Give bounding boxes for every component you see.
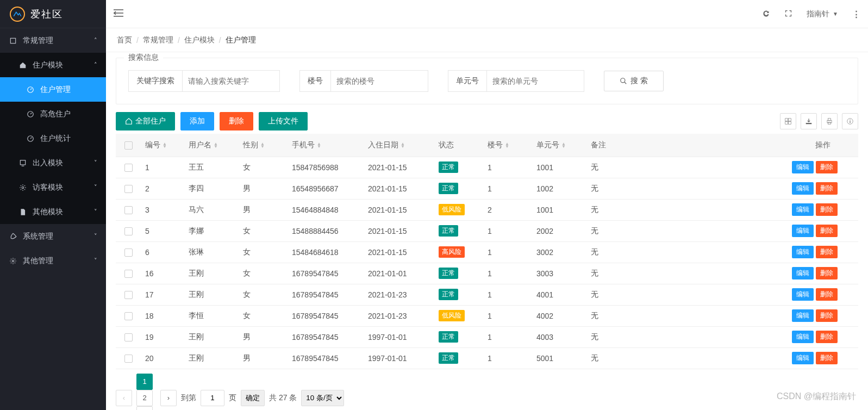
sidebar-item-8[interactable]: 系统管理˅ xyxy=(0,224,106,249)
keyword-input[interactable] xyxy=(183,71,279,91)
sidebar: 爱社区 常规管理˄住户模块˄住户管理高危住户住户统计出入模块˅访客模块˅其他模块… xyxy=(0,0,106,410)
sort-icon[interactable]: ▲▼ xyxy=(214,142,218,148)
edit-button[interactable]: 编辑 xyxy=(792,203,814,216)
goto-confirm-button[interactable]: 确定 xyxy=(241,390,265,406)
sidebar-item-2[interactable]: 住户管理 xyxy=(0,77,106,102)
compass-dropdown[interactable]: 指南针 ▼ xyxy=(807,9,838,19)
sort-icon[interactable]: ▲▼ xyxy=(163,142,167,148)
row-delete-button[interactable]: 删除 xyxy=(816,288,838,301)
columns-icon[interactable] xyxy=(780,113,796,129)
sidebar-item-3[interactable]: 高危住户 xyxy=(0,102,106,126)
unit-input[interactable] xyxy=(487,71,584,91)
export-icon[interactable] xyxy=(801,113,817,129)
search-button-label: 搜 索 xyxy=(630,76,648,86)
edit-button[interactable]: 编辑 xyxy=(792,331,814,343)
row-checkbox[interactable] xyxy=(124,206,133,214)
svg-rect-10 xyxy=(785,122,788,125)
brand-logo-icon xyxy=(10,7,25,22)
home-icon xyxy=(125,117,133,125)
sidebar-item-5[interactable]: 出入模块˅ xyxy=(0,151,106,175)
gear-icon xyxy=(9,257,17,265)
row-delete-button[interactable]: 删除 xyxy=(816,267,838,279)
edit-button[interactable]: 编辑 xyxy=(792,267,814,279)
crumb-0[interactable]: 首页 xyxy=(117,35,132,45)
status-badge: 正常 xyxy=(439,161,458,173)
delete-button[interactable]: 删除 xyxy=(220,112,253,131)
print-icon[interactable] xyxy=(821,113,838,129)
row-checkbox[interactable] xyxy=(124,185,133,193)
edit-button[interactable]: 编辑 xyxy=(792,352,814,364)
page-1[interactable]: 1 xyxy=(136,374,153,390)
row-checkbox[interactable] xyxy=(124,249,133,257)
sidebar-item-1[interactable]: 住户模块˄ xyxy=(0,53,106,77)
row-checkbox[interactable] xyxy=(124,333,133,341)
edit-button[interactable]: 编辑 xyxy=(792,246,814,258)
crumb-1[interactable]: 常规管理 xyxy=(143,35,173,45)
sort-icon[interactable]: ▲▼ xyxy=(561,142,566,148)
row-checkbox[interactable] xyxy=(124,291,133,299)
sort-icon[interactable]: ▲▼ xyxy=(260,142,265,148)
all-button[interactable]: 全部住户 xyxy=(116,112,175,131)
row-delete-button[interactable]: 删除 xyxy=(816,203,838,216)
goto-input[interactable] xyxy=(201,390,224,406)
unit-group: 单元号 xyxy=(448,70,584,92)
table-row: 17王刚女167895478452021-01-23正常14001无编辑 删除 xyxy=(116,284,858,305)
checkbox-all[interactable] xyxy=(124,141,133,150)
row-delete-button[interactable]: 删除 xyxy=(816,331,838,343)
status-badge: 正常 xyxy=(439,331,458,343)
row-delete-button[interactable]: 删除 xyxy=(816,352,838,364)
edit-button[interactable]: 编辑 xyxy=(792,182,814,195)
dashboard-icon xyxy=(26,110,35,118)
row-delete-button[interactable]: 删除 xyxy=(816,225,838,237)
page-3[interactable]: 3 xyxy=(136,406,153,411)
more-icon[interactable]: ⋮ xyxy=(852,9,860,19)
collapse-icon[interactable] xyxy=(114,8,123,20)
table-row: 18李恒女167895478452021-01-23低风险14002无编辑 删除 xyxy=(116,305,858,326)
prev-page-button[interactable]: ‹ xyxy=(116,390,132,406)
edit-button[interactable]: 编辑 xyxy=(792,309,814,322)
total-label: 共 27 条 xyxy=(269,393,297,403)
per-page-select[interactable]: 10 条/页 xyxy=(301,390,344,406)
chevron-down-icon: ▼ xyxy=(833,11,838,17)
row-delete-button[interactable]: 删除 xyxy=(816,161,838,173)
row-delete-button[interactable]: 删除 xyxy=(816,309,838,322)
row-checkbox[interactable] xyxy=(124,355,133,363)
search-button[interactable]: 搜 索 xyxy=(604,71,664,91)
fullscreen-icon[interactable] xyxy=(784,9,792,19)
table-row: 19王刚男167895478451997-01-01正常14003无编辑 删除 xyxy=(116,326,858,347)
crumb-2[interactable]: 住户模块 xyxy=(184,35,215,45)
row-checkbox[interactable] xyxy=(124,227,133,235)
sidebar-item-0[interactable]: 常规管理˄ xyxy=(0,28,106,53)
search-panel: 搜索信息 关键字搜索 楼号 单元号 xyxy=(116,58,858,104)
sidebar-item-4[interactable]: 住户统计 xyxy=(0,126,106,151)
gear-icon xyxy=(18,184,27,191)
upload-button[interactable]: 上传文件 xyxy=(259,112,308,131)
info-icon[interactable] xyxy=(842,113,858,129)
add-button[interactable]: 添加 xyxy=(180,112,214,131)
row-delete-button[interactable]: 删除 xyxy=(816,246,838,258)
page-2[interactable]: 2 xyxy=(136,390,153,406)
row-checkbox[interactable] xyxy=(124,312,133,320)
building-input[interactable] xyxy=(331,71,428,91)
sidebar-item-9[interactable]: 其他管理˅ xyxy=(0,249,106,273)
edit-button[interactable]: 编辑 xyxy=(792,288,814,301)
refresh-icon[interactable] xyxy=(762,9,770,19)
dashboard-icon xyxy=(26,135,35,142)
doc-icon xyxy=(18,208,27,216)
row-delete-button[interactable]: 删除 xyxy=(816,182,838,195)
edit-button[interactable]: 编辑 xyxy=(792,161,814,173)
sort-icon[interactable]: ▲▼ xyxy=(505,142,509,148)
chevron-down-icon: ˅ xyxy=(94,233,97,240)
sort-icon[interactable]: ▲▼ xyxy=(317,142,321,148)
sidebar-item-7[interactable]: 其他模块˅ xyxy=(0,200,106,224)
topbar: 指南针 ▼ ⋮ xyxy=(106,0,868,28)
next-page-button[interactable]: › xyxy=(160,390,177,406)
row-checkbox[interactable] xyxy=(124,164,133,172)
home-icon xyxy=(18,61,27,69)
keyword-label: 关键字搜索 xyxy=(129,71,183,91)
sort-icon[interactable]: ▲▼ xyxy=(401,142,405,148)
crumb-3: 住户管理 xyxy=(226,35,256,45)
sidebar-item-6[interactable]: 访客模块˅ xyxy=(0,175,106,200)
row-checkbox[interactable] xyxy=(124,270,133,278)
edit-button[interactable]: 编辑 xyxy=(792,225,814,237)
